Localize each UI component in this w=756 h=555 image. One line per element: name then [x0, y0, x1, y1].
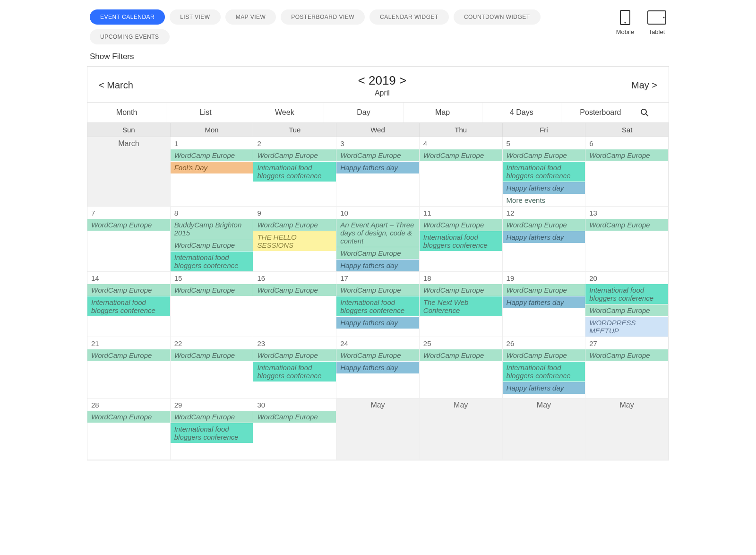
day-cell[interactable]: May: [585, 399, 669, 460]
event-item[interactable]: International food bloggers conference: [336, 296, 419, 316]
top-tab-event-calendar[interactable]: EVENT CALENDAR: [90, 9, 165, 25]
day-cell[interactable]: 12WordCamp EuropeHappy fathers day: [503, 207, 586, 272]
event-item[interactable]: WordCamp Europe: [420, 284, 502, 296]
day-cell[interactable]: May: [503, 399, 586, 460]
event-item[interactable]: WordCamp Europe: [87, 219, 170, 231]
event-item[interactable]: WordCamp Europe: [87, 349, 170, 361]
event-item[interactable]: WordCamp Europe: [585, 304, 668, 316]
event-item[interactable]: International food bloggers conference: [503, 362, 585, 382]
day-cell[interactable]: March: [87, 137, 171, 207]
day-cell[interactable]: 4WordCamp Europe: [420, 137, 503, 207]
prev-month-link[interactable]: < March: [99, 80, 133, 91]
day-cell[interactable]: 2WordCamp EuropeInternational food blogg…: [253, 137, 336, 207]
top-tab-posterboard-view[interactable]: POSTERBOARD VIEW: [281, 9, 365, 25]
event-item[interactable]: WORDPRESS MEETUP: [585, 317, 668, 337]
day-cell[interactable]: 9WordCamp EuropeTHE HELLO SESSIONS: [253, 207, 336, 272]
day-cell[interactable]: 25WordCamp Europe: [420, 337, 503, 399]
day-cell[interactable]: 10An Event Apart – Three days of design,…: [336, 207, 420, 272]
show-filters-toggle[interactable]: Show Filters: [90, 52, 680, 61]
event-item[interactable]: WordCamp Europe: [87, 284, 170, 296]
event-item[interactable]: WordCamp Europe: [503, 149, 585, 161]
day-cell[interactable]: 27WordCamp Europe: [585, 337, 669, 399]
event-item[interactable]: Happy fathers day: [336, 162, 419, 173]
top-tab-list-view[interactable]: LIST VIEW: [170, 9, 220, 25]
event-item[interactable]: WordCamp Europe: [585, 219, 668, 231]
event-item[interactable]: THE HELLO SESSIONS: [253, 231, 336, 251]
event-item[interactable]: International food bloggers conference: [253, 362, 336, 382]
day-cell[interactable]: 15WordCamp Europe: [171, 272, 254, 337]
event-item[interactable]: WordCamp Europe: [253, 149, 336, 161]
event-item[interactable]: WordCamp Europe: [336, 284, 419, 296]
event-item[interactable]: WordCamp Europe: [253, 284, 336, 296]
day-cell[interactable]: 8BuddyCamp Brighton 2015WordCamp EuropeI…: [171, 207, 254, 272]
view-tab-posterboard[interactable]: Posterboard: [561, 103, 640, 122]
event-item[interactable]: Happy fathers day: [503, 182, 585, 194]
more-events-link[interactable]: More events: [503, 194, 585, 206]
view-tab-map[interactable]: Map: [404, 103, 482, 122]
day-cell[interactable]: 11WordCamp EuropeInternational food blog…: [420, 207, 503, 272]
event-item[interactable]: Happy fathers day: [503, 231, 585, 243]
event-item[interactable]: WordCamp Europe: [503, 284, 585, 296]
day-cell[interactable]: 18WordCamp EuropeThe Next Web Conference: [420, 272, 503, 337]
view-tab-list[interactable]: List: [166, 103, 245, 122]
day-cell[interactable]: 1WordCamp EuropeFool's Day: [171, 137, 254, 207]
event-item[interactable]: WordCamp Europe: [253, 219, 336, 231]
day-cell[interactable]: 19WordCamp EuropeHappy fathers day: [503, 272, 586, 337]
event-item[interactable]: WordCamp Europe: [336, 149, 419, 161]
view-tab-4-days[interactable]: 4 Days: [482, 103, 561, 122]
next-month-link[interactable]: May >: [631, 80, 657, 91]
device-mobile[interactable]: Mobile: [616, 9, 634, 35]
day-cell[interactable]: 29WordCamp EuropeInternational food blog…: [171, 399, 254, 460]
day-cell[interactable]: 30WordCamp Europe: [253, 399, 336, 460]
day-cell[interactable]: 26WordCamp EuropeInternational food blog…: [503, 337, 586, 399]
event-item[interactable]: Happy fathers day: [503, 382, 585, 394]
day-cell[interactable]: 23WordCamp EuropeInternational food blog…: [253, 337, 336, 399]
event-item[interactable]: Happy fathers day: [503, 296, 585, 308]
event-item[interactable]: Happy fathers day: [336, 317, 419, 329]
event-item[interactable]: WordCamp Europe: [171, 149, 253, 161]
year-switcher[interactable]: < 2019 >: [358, 73, 407, 88]
event-item[interactable]: International food bloggers conference: [503, 162, 585, 182]
event-item[interactable]: International food bloggers conference: [171, 251, 253, 271]
day-cell[interactable]: 20International food bloggers conference…: [585, 272, 669, 337]
event-item[interactable]: WordCamp Europe: [585, 349, 668, 361]
day-cell[interactable]: 7WordCamp Europe: [87, 207, 171, 272]
event-item[interactable]: WordCamp Europe: [171, 411, 253, 423]
search-icon[interactable]: [640, 103, 669, 122]
event-item[interactable]: WordCamp Europe: [420, 349, 502, 361]
event-item[interactable]: Happy fathers day: [336, 362, 419, 373]
event-item[interactable]: The Next Web Conference: [420, 296, 502, 316]
view-tab-day[interactable]: Day: [324, 103, 403, 122]
day-cell[interactable]: 24WordCamp EuropeHappy fathers day: [336, 337, 420, 399]
event-item[interactable]: Fool's Day: [171, 162, 253, 173]
event-item[interactable]: WordCamp Europe: [87, 411, 170, 423]
event-item[interactable]: WordCamp Europe: [585, 149, 668, 161]
day-cell[interactable]: 6WordCamp Europe: [585, 137, 669, 207]
event-item[interactable]: WordCamp Europe: [420, 149, 502, 161]
event-item[interactable]: International food bloggers conference: [420, 231, 502, 251]
event-item[interactable]: WordCamp Europe: [171, 284, 253, 296]
top-tab-upcoming-events[interactable]: UPCOMING EVENTS: [90, 29, 170, 44]
event-item[interactable]: WordCamp Europe: [171, 349, 253, 361]
event-item[interactable]: International food bloggers conference: [253, 162, 336, 182]
top-tab-map-view[interactable]: MAP VIEW: [225, 9, 276, 25]
event-item[interactable]: International food bloggers conference: [171, 423, 253, 443]
day-cell[interactable]: 17WordCamp EuropeInternational food blog…: [336, 272, 420, 337]
event-item[interactable]: WordCamp Europe: [171, 239, 253, 251]
event-item[interactable]: WordCamp Europe: [253, 349, 336, 361]
event-item[interactable]: Happy fathers day: [336, 260, 419, 271]
day-cell[interactable]: 5WordCamp EuropeInternational food blogg…: [503, 137, 586, 207]
day-cell[interactable]: May: [336, 399, 420, 460]
day-cell[interactable]: 28WordCamp Europe: [87, 399, 171, 460]
day-cell[interactable]: 21WordCamp Europe: [87, 337, 171, 399]
event-item[interactable]: WordCamp Europe: [503, 219, 585, 231]
event-item[interactable]: WordCamp Europe: [336, 349, 419, 361]
event-item[interactable]: WordCamp Europe: [336, 247, 419, 259]
event-item[interactable]: WordCamp Europe: [420, 219, 502, 231]
day-cell[interactable]: 16WordCamp Europe: [253, 272, 336, 337]
event-item[interactable]: WordCamp Europe: [503, 349, 585, 361]
view-tab-week[interactable]: Week: [245, 103, 324, 122]
view-tab-month[interactable]: Month: [87, 103, 166, 122]
day-cell[interactable]: 14WordCamp EuropeInternational food blog…: [87, 272, 171, 337]
day-cell[interactable]: 13WordCamp Europe: [585, 207, 669, 272]
